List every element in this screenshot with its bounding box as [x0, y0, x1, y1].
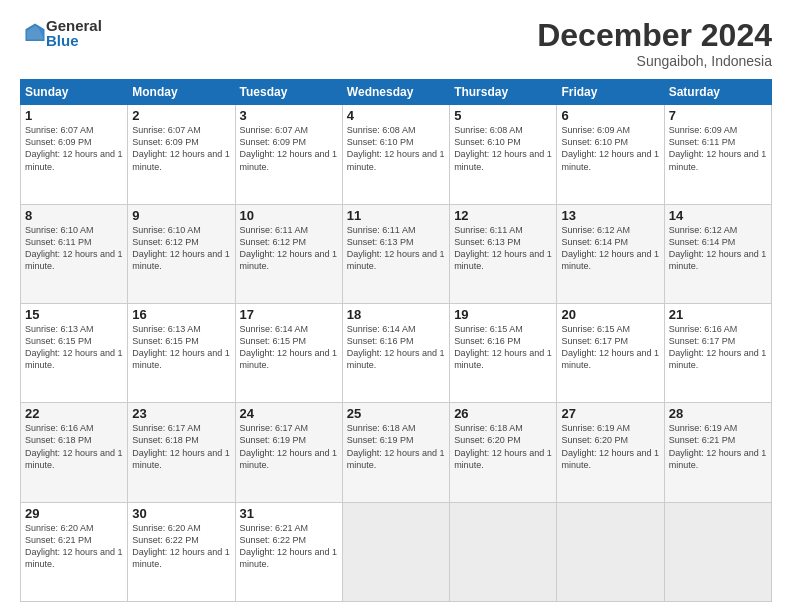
- calendar-cell: 23 Sunrise: 6:17 AMSunset: 6:18 PMDaylig…: [128, 403, 235, 502]
- calendar-cell: 25 Sunrise: 6:18 AMSunset: 6:19 PMDaylig…: [342, 403, 449, 502]
- day-info: Sunrise: 6:13 AMSunset: 6:15 PMDaylight:…: [132, 324, 230, 370]
- day-info: Sunrise: 6:13 AMSunset: 6:15 PMDaylight:…: [25, 324, 123, 370]
- day-header-friday: Friday: [557, 80, 664, 105]
- header-row: SundayMondayTuesdayWednesdayThursdayFrid…: [21, 80, 772, 105]
- calendar-cell: 19 Sunrise: 6:15 AMSunset: 6:16 PMDaylig…: [450, 303, 557, 402]
- day-info: Sunrise: 6:20 AMSunset: 6:21 PMDaylight:…: [25, 523, 123, 569]
- day-info: Sunrise: 6:14 AMSunset: 6:16 PMDaylight:…: [347, 324, 445, 370]
- day-info: Sunrise: 6:11 AMSunset: 6:13 PMDaylight:…: [454, 225, 552, 271]
- calendar-week-1: 1 Sunrise: 6:07 AMSunset: 6:09 PMDayligh…: [21, 105, 772, 204]
- page: General Blue December 2024 Sungaiboh, In…: [0, 0, 792, 612]
- calendar-cell: [664, 502, 771, 601]
- day-info: Sunrise: 6:19 AMSunset: 6:20 PMDaylight:…: [561, 423, 659, 469]
- day-number: 12: [454, 208, 552, 223]
- day-info: Sunrise: 6:09 AMSunset: 6:10 PMDaylight:…: [561, 125, 659, 171]
- logo-text: General Blue: [46, 18, 102, 48]
- day-info: Sunrise: 6:17 AMSunset: 6:19 PMDaylight:…: [240, 423, 338, 469]
- day-number: 9: [132, 208, 230, 223]
- day-number: 20: [561, 307, 659, 322]
- header: General Blue December 2024 Sungaiboh, In…: [20, 18, 772, 69]
- day-info: Sunrise: 6:17 AMSunset: 6:18 PMDaylight:…: [132, 423, 230, 469]
- calendar-week-5: 29 Sunrise: 6:20 AMSunset: 6:21 PMDaylig…: [21, 502, 772, 601]
- calendar-cell: 6 Sunrise: 6:09 AMSunset: 6:10 PMDayligh…: [557, 105, 664, 204]
- day-number: 15: [25, 307, 123, 322]
- day-info: Sunrise: 6:21 AMSunset: 6:22 PMDaylight:…: [240, 523, 338, 569]
- day-number: 24: [240, 406, 338, 421]
- day-info: Sunrise: 6:14 AMSunset: 6:15 PMDaylight:…: [240, 324, 338, 370]
- day-header-sunday: Sunday: [21, 80, 128, 105]
- logo-icon: [24, 22, 46, 44]
- calendar-cell: 15 Sunrise: 6:13 AMSunset: 6:15 PMDaylig…: [21, 303, 128, 402]
- calendar-cell: 27 Sunrise: 6:19 AMSunset: 6:20 PMDaylig…: [557, 403, 664, 502]
- calendar-body: 1 Sunrise: 6:07 AMSunset: 6:09 PMDayligh…: [21, 105, 772, 602]
- calendar-cell: [342, 502, 449, 601]
- day-number: 7: [669, 108, 767, 123]
- calendar-week-4: 22 Sunrise: 6:16 AMSunset: 6:18 PMDaylig…: [21, 403, 772, 502]
- day-number: 30: [132, 506, 230, 521]
- day-number: 11: [347, 208, 445, 223]
- day-number: 10: [240, 208, 338, 223]
- day-number: 17: [240, 307, 338, 322]
- day-number: 28: [669, 406, 767, 421]
- calendar-cell: 12 Sunrise: 6:11 AMSunset: 6:13 PMDaylig…: [450, 204, 557, 303]
- day-number: 31: [240, 506, 338, 521]
- day-header-thursday: Thursday: [450, 80, 557, 105]
- day-number: 23: [132, 406, 230, 421]
- day-info: Sunrise: 6:08 AMSunset: 6:10 PMDaylight:…: [347, 125, 445, 171]
- calendar-cell: [450, 502, 557, 601]
- calendar-cell: 21 Sunrise: 6:16 AMSunset: 6:17 PMDaylig…: [664, 303, 771, 402]
- day-number: 27: [561, 406, 659, 421]
- day-info: Sunrise: 6:07 AMSunset: 6:09 PMDaylight:…: [132, 125, 230, 171]
- title-section: December 2024 Sungaiboh, Indonesia: [537, 18, 772, 69]
- day-number: 16: [132, 307, 230, 322]
- day-header-saturday: Saturday: [664, 80, 771, 105]
- day-info: Sunrise: 6:10 AMSunset: 6:11 PMDaylight:…: [25, 225, 123, 271]
- calendar-cell: 22 Sunrise: 6:16 AMSunset: 6:18 PMDaylig…: [21, 403, 128, 502]
- day-number: 2: [132, 108, 230, 123]
- calendar-cell: 16 Sunrise: 6:13 AMSunset: 6:15 PMDaylig…: [128, 303, 235, 402]
- calendar-cell: 18 Sunrise: 6:14 AMSunset: 6:16 PMDaylig…: [342, 303, 449, 402]
- day-info: Sunrise: 6:11 AMSunset: 6:13 PMDaylight:…: [347, 225, 445, 271]
- day-number: 13: [561, 208, 659, 223]
- day-info: Sunrise: 6:12 AMSunset: 6:14 PMDaylight:…: [669, 225, 767, 271]
- day-info: Sunrise: 6:15 AMSunset: 6:17 PMDaylight:…: [561, 324, 659, 370]
- day-header-tuesday: Tuesday: [235, 80, 342, 105]
- day-info: Sunrise: 6:09 AMSunset: 6:11 PMDaylight:…: [669, 125, 767, 171]
- calendar-cell: 30 Sunrise: 6:20 AMSunset: 6:22 PMDaylig…: [128, 502, 235, 601]
- day-number: 29: [25, 506, 123, 521]
- calendar-week-3: 15 Sunrise: 6:13 AMSunset: 6:15 PMDaylig…: [21, 303, 772, 402]
- day-header-wednesday: Wednesday: [342, 80, 449, 105]
- day-info: Sunrise: 6:12 AMSunset: 6:14 PMDaylight:…: [561, 225, 659, 271]
- day-number: 18: [347, 307, 445, 322]
- calendar-cell: 31 Sunrise: 6:21 AMSunset: 6:22 PMDaylig…: [235, 502, 342, 601]
- calendar-header: SundayMondayTuesdayWednesdayThursdayFrid…: [21, 80, 772, 105]
- day-number: 14: [669, 208, 767, 223]
- day-info: Sunrise: 6:19 AMSunset: 6:21 PMDaylight:…: [669, 423, 767, 469]
- day-number: 4: [347, 108, 445, 123]
- day-info: Sunrise: 6:07 AMSunset: 6:09 PMDaylight:…: [25, 125, 123, 171]
- day-info: Sunrise: 6:20 AMSunset: 6:22 PMDaylight:…: [132, 523, 230, 569]
- calendar-cell: 26 Sunrise: 6:18 AMSunset: 6:20 PMDaylig…: [450, 403, 557, 502]
- logo-blue: Blue: [46, 33, 102, 48]
- day-info: Sunrise: 6:16 AMSunset: 6:17 PMDaylight:…: [669, 324, 767, 370]
- day-number: 25: [347, 406, 445, 421]
- calendar-cell: 7 Sunrise: 6:09 AMSunset: 6:11 PMDayligh…: [664, 105, 771, 204]
- calendar-cell: 1 Sunrise: 6:07 AMSunset: 6:09 PMDayligh…: [21, 105, 128, 204]
- day-number: 6: [561, 108, 659, 123]
- calendar-cell: 3 Sunrise: 6:07 AMSunset: 6:09 PMDayligh…: [235, 105, 342, 204]
- calendar-cell: 5 Sunrise: 6:08 AMSunset: 6:10 PMDayligh…: [450, 105, 557, 204]
- day-number: 1: [25, 108, 123, 123]
- day-info: Sunrise: 6:18 AMSunset: 6:20 PMDaylight:…: [454, 423, 552, 469]
- calendar-cell: [557, 502, 664, 601]
- day-info: Sunrise: 6:07 AMSunset: 6:09 PMDaylight:…: [240, 125, 338, 171]
- day-number: 22: [25, 406, 123, 421]
- day-number: 26: [454, 406, 552, 421]
- logo-general: General: [46, 18, 102, 33]
- day-info: Sunrise: 6:10 AMSunset: 6:12 PMDaylight:…: [132, 225, 230, 271]
- calendar-cell: 20 Sunrise: 6:15 AMSunset: 6:17 PMDaylig…: [557, 303, 664, 402]
- day-number: 5: [454, 108, 552, 123]
- calendar-cell: 9 Sunrise: 6:10 AMSunset: 6:12 PMDayligh…: [128, 204, 235, 303]
- calendar-cell: 17 Sunrise: 6:14 AMSunset: 6:15 PMDaylig…: [235, 303, 342, 402]
- day-info: Sunrise: 6:11 AMSunset: 6:12 PMDaylight:…: [240, 225, 338, 271]
- month-title: December 2024: [537, 18, 772, 53]
